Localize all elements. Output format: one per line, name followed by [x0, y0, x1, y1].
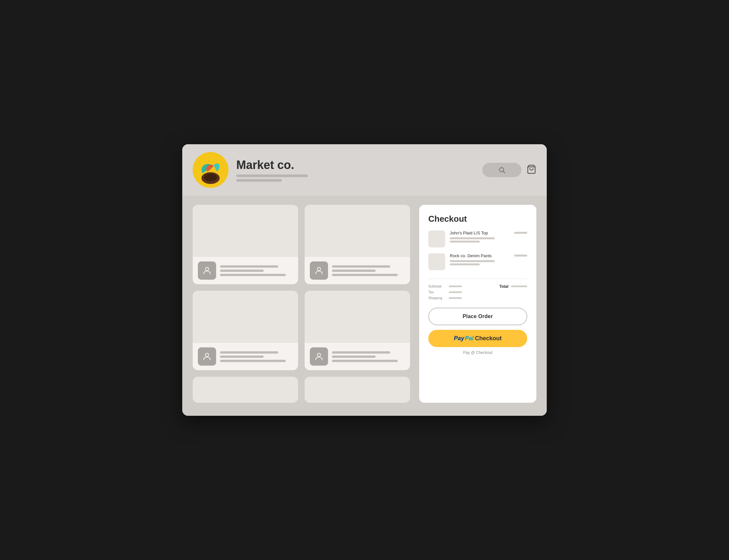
- cart-item-thumbnail: [428, 231, 445, 247]
- svg-line-3: [503, 171, 505, 173]
- total-label: Total: [499, 284, 508, 289]
- product-line: [332, 351, 390, 354]
- paypal-pay-text: Pay: [454, 335, 464, 342]
- product-image: [305, 205, 410, 257]
- cart-item-details: Rock co. Denim Pants: [450, 253, 510, 267]
- total-value: [511, 286, 527, 287]
- product-line: [332, 356, 375, 358]
- product-line: [332, 270, 375, 272]
- seller-avatar: [310, 261, 328, 280]
- cart-item: Rock co. Denim Pants: [428, 253, 527, 270]
- seller-avatar: [310, 347, 328, 366]
- cart-divider: [428, 279, 527, 279]
- product-card[interactable]: [305, 291, 410, 370]
- product-image: [193, 291, 298, 343]
- header-line-2: [236, 179, 282, 182]
- order-summary: Subtotal Tax Shipping Total: [428, 284, 527, 300]
- product-info: [193, 257, 298, 284]
- svg-point-8: [317, 353, 321, 357]
- person-icon: [314, 352, 324, 361]
- product-line: [220, 360, 286, 362]
- cart-item: John's Plaid L/S Top: [428, 231, 527, 247]
- paypal-checkout-label: Checkout: [475, 335, 502, 342]
- cart-item-name: John's Plaid L/S Top: [450, 231, 510, 235]
- product-card[interactable]: [193, 291, 298, 370]
- tax-value: [449, 291, 462, 293]
- shipping-value: [449, 297, 462, 299]
- product-line: [220, 270, 264, 272]
- cart-item-detail-line: [450, 263, 480, 265]
- product-info: [305, 343, 410, 370]
- svg-point-5: [205, 267, 209, 271]
- product-card-partial[interactable]: [193, 377, 298, 403]
- search-bar[interactable]: [482, 163, 521, 177]
- product-card[interactable]: [193, 205, 298, 284]
- shipping-row: Shipping: [428, 296, 491, 300]
- product-text: [220, 265, 293, 276]
- header-line-1: [236, 175, 308, 177]
- pay-at-checkout-label: Pay @ Checkout: [428, 350, 527, 355]
- total-section: Total: [499, 284, 527, 300]
- subtotal-value: [449, 286, 462, 287]
- cart-item-detail-line: [450, 241, 480, 243]
- shipping-label: Shipping: [428, 296, 446, 300]
- browser-window: Market co.: [182, 144, 547, 416]
- paypal-logo: PayPal: [454, 335, 473, 342]
- header-text: Market co.: [236, 158, 474, 182]
- cart-item-name: Rock co. Denim Pants: [450, 253, 510, 258]
- person-icon: [202, 266, 212, 275]
- subtotal-label: Subtotal: [428, 284, 446, 288]
- product-text: [332, 265, 405, 276]
- product-line: [220, 265, 278, 268]
- product-line: [220, 351, 278, 354]
- summary-left: Subtotal Tax Shipping: [428, 284, 491, 300]
- product-image: [305, 377, 410, 403]
- product-line: [220, 274, 286, 276]
- product-image: [193, 205, 298, 257]
- cart-item-detail-line: [450, 237, 495, 239]
- paypal-checkout-button[interactable]: PayPal Checkout: [428, 330, 527, 347]
- tax-label: Tax: [428, 290, 446, 294]
- cart-button[interactable]: [526, 164, 536, 175]
- checkout-title: Checkout: [428, 214, 527, 224]
- brand-name: Market co.: [236, 158, 474, 172]
- seller-avatar: [198, 347, 216, 366]
- product-image: [193, 377, 298, 403]
- product-text: [332, 351, 405, 362]
- person-icon: [202, 352, 212, 361]
- person-icon: [314, 266, 324, 275]
- cart-item-price: [514, 255, 527, 257]
- cart-item-price: [514, 232, 527, 234]
- paypal-pal-text: Pal: [465, 335, 473, 342]
- tax-row: Tax: [428, 290, 491, 294]
- header: Market co.: [182, 144, 547, 196]
- svg-point-6: [317, 267, 321, 271]
- search-icon: [498, 166, 505, 174]
- cart-item-detail-line: [450, 260, 495, 262]
- svg-point-7: [205, 353, 209, 357]
- product-card[interactable]: [305, 205, 410, 284]
- brand-logo[interactable]: [193, 152, 229, 188]
- seller-avatar: [198, 261, 216, 280]
- cart-icon: [526, 164, 536, 174]
- product-card-partial[interactable]: [305, 377, 410, 403]
- svg-point-1: [204, 174, 217, 181]
- place-order-button[interactable]: Place Order: [428, 308, 527, 325]
- product-line: [332, 274, 398, 276]
- cart-item-details: John's Plaid L/S Top: [450, 231, 510, 244]
- cart-item-thumbnail: [428, 253, 445, 270]
- checkout-panel: Checkout John's Plaid L/S Top Rock co. D…: [419, 205, 536, 403]
- main-content: Checkout John's Plaid L/S Top Rock co. D…: [182, 196, 547, 416]
- subtotal-row: Subtotal: [428, 284, 491, 288]
- product-line: [332, 360, 398, 362]
- header-actions: [482, 163, 536, 177]
- product-grid: [193, 205, 410, 403]
- product-info: [193, 343, 298, 370]
- product-line: [332, 265, 390, 268]
- product-info: [305, 257, 410, 284]
- product-text: [220, 351, 293, 362]
- product-line: [220, 356, 264, 358]
- product-image: [305, 291, 410, 343]
